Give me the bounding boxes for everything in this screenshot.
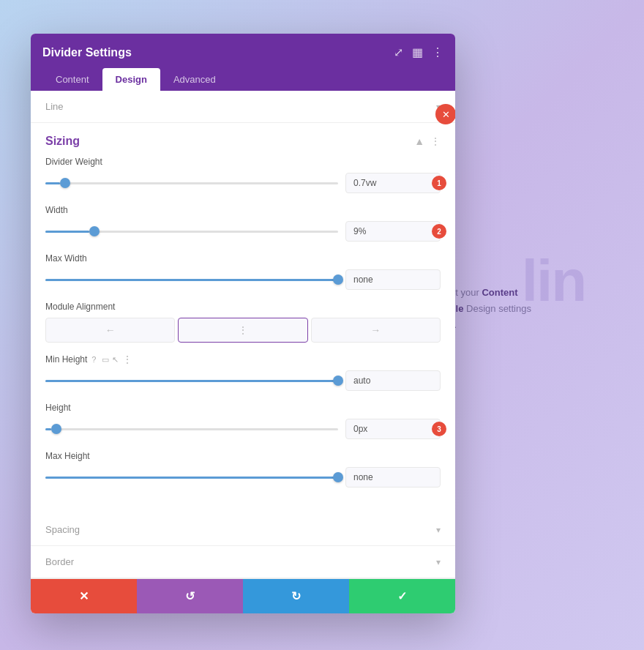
divider-weight-slider[interactable] (45, 176, 338, 190)
save-button[interactable]: ✓ (349, 579, 455, 613)
tab-design[interactable]: Design (102, 68, 160, 91)
width-label: Width (45, 205, 441, 215)
width-row: 2 (45, 221, 441, 242)
border-section-header[interactable]: Border ▾ (31, 546, 455, 578)
spacing-section-label: Spacing (45, 524, 80, 535)
expand-icon[interactable]: ⤢ (394, 45, 403, 59)
redo-button[interactable]: ↻ (243, 579, 349, 613)
width-input-wrapper: 2 (345, 221, 441, 242)
border-section-label: Border (45, 556, 74, 567)
max-height-row (45, 467, 441, 488)
max-height-input-wrapper (345, 467, 441, 488)
align-left-button[interactable]: ← (45, 318, 175, 343)
sizing-header-icons: ▲ ⋮ (414, 135, 441, 147)
columns-icon[interactable]: ▦ (412, 45, 423, 59)
sizing-header: Sizing ▲ ⋮ (45, 123, 441, 157)
device-icons: ▭ ↖ (102, 355, 119, 365)
width-field: Width 2 (45, 205, 441, 242)
divider-weight-field: Divider Weight 1 (45, 157, 441, 193)
modal-header-icons: ⤢ ▦ ⋮ (394, 45, 443, 59)
max-height-slider[interactable] (45, 470, 338, 485)
modal-footer: ✕ ↺ ↻ ✓ (31, 578, 455, 613)
line-section-header[interactable]: Line ▾ (31, 91, 455, 123)
divider-weight-label: Divider Weight (45, 157, 441, 167)
min-height-slider[interactable] (45, 373, 338, 388)
divider-weight-input-wrapper: 1 (345, 173, 441, 193)
divider-weight-row: 1 (45, 173, 441, 193)
min-height-field: Min Height ? ▭ ↖ ⋮ (45, 354, 441, 391)
divider-weight-input[interactable] (345, 173, 441, 193)
align-center-button[interactable]: ⋮ (178, 318, 307, 343)
min-height-more-icon[interactable]: ⋮ (123, 354, 132, 365)
divider-settings-modal: Divider Settings ⤢ ▦ ⋮ Content Design Ad… (31, 34, 455, 613)
height-input[interactable] (345, 419, 441, 439)
desktop-icon[interactable]: ▭ (102, 355, 109, 365)
modal-header: Divider Settings ⤢ ▦ ⋮ Content Design Ad… (31, 34, 455, 91)
modal-title: Divider Settings (42, 46, 132, 59)
more-options-icon[interactable]: ⋮ (432, 45, 443, 59)
cursor-icon[interactable]: ↖ (112, 355, 119, 365)
max-width-row (45, 269, 441, 290)
border-chevron-down-icon: ▾ (436, 557, 441, 567)
modal-body: Line ▾ Sizing ▲ ⋮ Divider Weight (31, 91, 455, 578)
tab-advanced[interactable]: Advanced (160, 68, 229, 91)
sizing-title: Sizing (45, 135, 80, 148)
modal-tabs: Content Design Advanced (42, 68, 443, 91)
modal-title-row: Divider Settings ⤢ ▦ ⋮ (42, 45, 443, 59)
max-width-field: Max Width (45, 253, 441, 290)
module-alignment-options: ← ⋮ → (45, 318, 441, 343)
undo-button[interactable]: ↺ (137, 579, 243, 613)
module-alignment-field: Module Alignment ← ⋮ → (45, 302, 441, 343)
max-height-input[interactable] (345, 467, 441, 488)
width-slider[interactable] (45, 224, 338, 239)
height-slider[interactable] (45, 422, 338, 436)
spacing-chevron-down-icon: ▾ (436, 525, 441, 535)
min-height-row (45, 370, 441, 391)
height-row: 3 (45, 419, 441, 439)
sizing-more-icon[interactable]: ⋮ (430, 135, 441, 147)
width-badge: 2 (432, 224, 446, 239)
min-height-input[interactable] (345, 370, 441, 391)
line-section-label: Line (45, 101, 64, 112)
spacing-section-header[interactable]: Spacing ▾ (31, 514, 455, 546)
align-right-button[interactable]: → (311, 318, 441, 343)
sizing-section: Sizing ▲ ⋮ Divider Weight (31, 123, 455, 514)
height-label: Height (45, 403, 441, 413)
cancel-button[interactable]: ✕ (31, 579, 137, 613)
sizing-chevron-up-icon[interactable]: ▲ (414, 135, 424, 147)
width-input[interactable] (345, 221, 441, 242)
min-height-help-icon[interactable]: ? (91, 355, 96, 364)
height-input-wrapper: 3 (345, 419, 441, 439)
max-width-input[interactable] (345, 269, 441, 290)
max-width-slider[interactable] (45, 272, 338, 287)
min-height-input-wrapper (345, 370, 441, 391)
max-height-label: Max Height (45, 451, 441, 461)
max-width-input-wrapper (345, 269, 441, 290)
min-height-label: Min Height ? ▭ ↖ ⋮ (45, 354, 441, 365)
max-height-field: Max Height (45, 451, 441, 488)
module-alignment-label: Module Alignment (45, 302, 441, 312)
max-width-label: Max Width (45, 253, 441, 264)
divider-weight-badge: 1 (432, 176, 446, 190)
height-field: Height 3 (45, 403, 441, 439)
tab-content[interactable]: Content (42, 68, 102, 91)
height-badge: 3 (432, 422, 446, 436)
modal-close-button[interactable]: ✕ (435, 104, 455, 124)
